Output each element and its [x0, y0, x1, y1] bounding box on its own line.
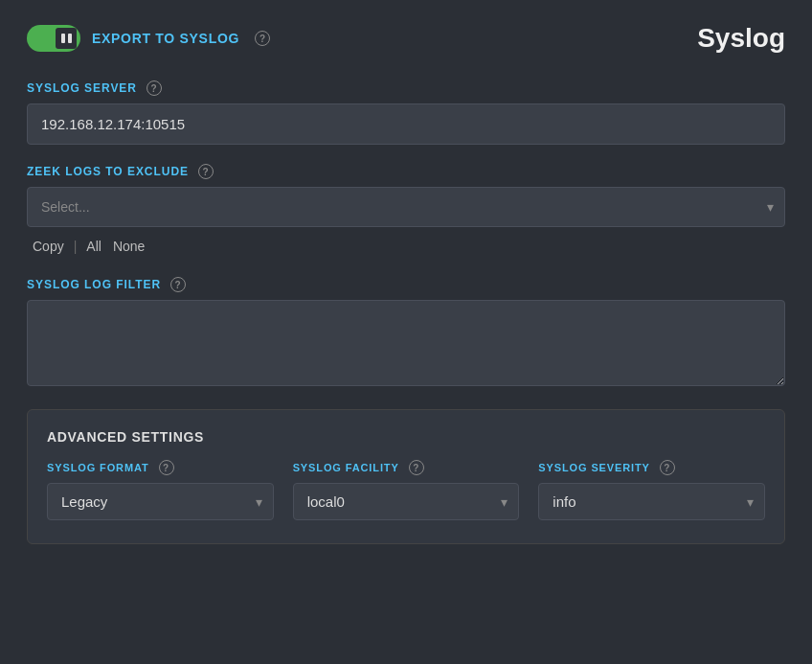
- advanced-settings-grid: SYSLOG FORMAT ? Legacy RFC5424 CEF ▾ SYS…: [47, 460, 765, 520]
- zeek-logs-select-wrapper: Select... ▾: [27, 187, 785, 227]
- log-filter-help-icon[interactable]: ?: [170, 277, 186, 292]
- page-title: Syslog: [697, 23, 785, 54]
- export-toggle[interactable]: [27, 25, 80, 52]
- syslog-severity-help-icon[interactable]: ?: [660, 460, 675, 475]
- syslog-severity-select-wrapper: emerg alert crit err warning notice info…: [538, 483, 765, 520]
- pause-bar-left: [61, 34, 65, 43]
- log-filter-section: SYSLOG LOG FILTER ?: [27, 277, 785, 390]
- pause-button[interactable]: [56, 28, 77, 49]
- syslog-server-help-icon[interactable]: ?: [147, 80, 162, 96]
- log-filter-textarea[interactable]: [27, 300, 785, 386]
- advanced-settings-title: ADVANCED SETTINGS: [47, 429, 765, 445]
- all-button[interactable]: All: [80, 235, 107, 258]
- syslog-server-input[interactable]: [27, 103, 785, 145]
- syslog-facility-help-icon[interactable]: ?: [409, 460, 424, 475]
- syslog-severity-label: SYSLOG SEVERITY ?: [538, 460, 765, 475]
- header-left: EXPORT TO SYSLOG ?: [27, 25, 270, 52]
- syslog-format-select-wrapper: Legacy RFC5424 CEF ▾: [47, 483, 274, 520]
- advanced-settings-section: ADVANCED SETTINGS SYSLOG FORMAT ? Legacy…: [27, 409, 785, 544]
- syslog-facility-field: SYSLOG FACILITY ? local0 local1 local2 l…: [293, 460, 520, 520]
- zeek-logs-select[interactable]: Select...: [27, 187, 785, 227]
- syslog-server-section: SYSLOG SERVER ?: [27, 80, 785, 145]
- zeek-logs-label: ZEEK LOGS TO EXCLUDE ?: [27, 164, 785, 179]
- sel-divider: |: [70, 239, 81, 254]
- syslog-format-field: SYSLOG FORMAT ? Legacy RFC5424 CEF ▾: [47, 460, 274, 520]
- export-help-icon[interactable]: ?: [255, 31, 270, 46]
- syslog-format-select[interactable]: Legacy RFC5424 CEF: [47, 483, 274, 520]
- syslog-format-help-icon[interactable]: ?: [159, 460, 174, 475]
- syslog-severity-field: SYSLOG SEVERITY ? emerg alert crit err w…: [538, 460, 765, 520]
- syslog-server-label: SYSLOG SERVER ?: [27, 80, 785, 96]
- copy-button[interactable]: Copy: [27, 235, 70, 258]
- syslog-format-label: SYSLOG FORMAT ?: [47, 460, 274, 475]
- export-label: EXPORT TO SYSLOG: [92, 31, 239, 46]
- syslog-facility-select-wrapper: local0 local1 local2 local3 local4 local…: [293, 483, 520, 520]
- syslog-facility-select[interactable]: local0 local1 local2 local3 local4 local…: [293, 483, 520, 520]
- zeek-logs-section: ZEEK LOGS TO EXCLUDE ? Select... ▾ Copy …: [27, 164, 785, 258]
- page-container: EXPORT TO SYSLOG ? Syslog SYSLOG SERVER …: [0, 0, 812, 664]
- pause-bar-right: [68, 34, 72, 43]
- syslog-severity-select[interactable]: emerg alert crit err warning notice info…: [538, 483, 765, 520]
- log-filter-label: SYSLOG LOG FILTER ?: [27, 277, 785, 292]
- selection-controls: Copy | All None: [27, 235, 785, 258]
- zeek-logs-help-icon[interactable]: ?: [198, 164, 214, 179]
- none-button[interactable]: None: [107, 235, 150, 258]
- syslog-facility-label: SYSLOG FACILITY ?: [293, 460, 520, 475]
- header: EXPORT TO SYSLOG ? Syslog: [27, 23, 785, 54]
